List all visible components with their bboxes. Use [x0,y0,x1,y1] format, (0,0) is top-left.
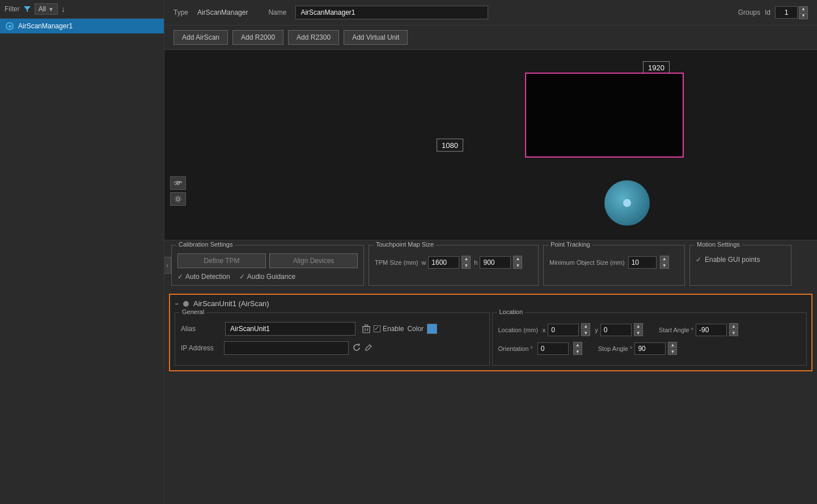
filter-all-label: All [39,5,46,13]
canvas-settings-button[interactable] [170,192,186,206]
refresh-ip-btn[interactable] [352,343,361,354]
tpm-w-letter: w [421,259,426,266]
header-row: Type AirScanManager Name Groups Id ▲ ▼ [164,0,817,26]
canvas-circle-inner [623,199,631,207]
orientation-input[interactable] [537,342,569,355]
x-up-btn[interactable]: ▲ [581,323,590,329]
color-picker[interactable] [427,324,437,334]
stop-angle-spinner: ▲ ▼ [668,342,677,355]
groups-label: Groups [738,9,760,16]
tpm-height-group: h ▲ ▼ [474,256,522,269]
point-tracking-panel: Point Tracking Minimum Object Size (mm) … [543,245,685,286]
x-spinner: ▲ ▼ [581,323,590,336]
start-angle-down-btn[interactable]: ▼ [729,330,738,336]
location-y-input[interactable] [600,324,632,336]
start-angle-up-btn[interactable]: ▲ [729,323,738,329]
enable-gui-check[interactable]: ✓ Enable GUI points [696,256,785,264]
y-label: y [595,327,598,333]
ip-select[interactable] [224,341,349,355]
orientation-up-btn[interactable]: ▲ [573,342,582,348]
orientation-label: Orientation ° [498,345,533,352]
stop-angle-group: Stop Angle ° ▲ ▼ [598,342,678,355]
tpm-h-letter: h [474,259,477,266]
alias-input[interactable] [225,322,355,336]
audio-guidance-check[interactable]: ✓ Audio Guidance [239,273,295,281]
min-object-up-btn[interactable]: ▲ [660,256,669,262]
canvas-area: 1920 1080 [164,50,817,240]
stop-angle-label: Stop Angle ° [598,345,633,352]
align-devices-button[interactable]: Align Devices [269,253,358,268]
enable-checkbox[interactable] [374,325,380,332]
stop-angle-down-btn[interactable]: ▼ [668,349,677,355]
x-down-btn[interactable]: ▼ [581,330,590,336]
add-r2000-button[interactable]: Add R2000 [232,30,283,45]
tpm-height-input[interactable] [480,256,511,269]
name-input[interactable] [295,6,488,19]
id-increment-btn[interactable]: ▲ [799,6,808,12]
svg-point-2 [177,198,180,201]
filter-dropdown[interactable]: All ▼ [35,3,58,15]
define-tpm-button[interactable]: Define TPM [177,253,266,268]
min-object-label: Minimum Object Size (mm) [549,259,625,266]
point-tracking-row: Minimum Object Size (mm) ▲ ▼ [549,256,679,269]
min-object-down-btn[interactable]: ▼ [660,262,669,269]
location-x-coord: x ▲ ▼ [543,323,591,336]
tpm-label: TPM Size (mm) [375,259,418,266]
y-up-btn[interactable]: ▲ [634,323,643,329]
sort-button[interactable]: ↓ [61,5,65,14]
gear-icon [174,195,182,203]
id-spinner: ▲ ▼ [775,6,808,19]
refresh-icon [352,343,361,352]
id-spinner-btns: ▲ ▼ [799,6,808,19]
x-label: x [543,327,546,333]
calibration-panel: Calibration Settings Define TPM Align De… [171,245,364,286]
edit-ip-btn[interactable] [365,344,372,353]
start-angle-input[interactable] [696,324,727,336]
name-label: Name [268,9,286,16]
add-r2300-button[interactable]: Add R2300 [288,30,339,45]
tpm-h-up-btn[interactable]: ▲ [513,256,522,262]
stop-angle-up-btn[interactable]: ▲ [668,342,677,348]
unit-collapse-btn[interactable]: − [175,300,179,308]
id-decrement-btn[interactable]: ▼ [799,13,808,19]
start-angle-group: Start Angle ° ▲ ▼ [659,323,738,336]
unit-location-panel: Location Location (mm) x ▲ ▼ [492,312,807,366]
tpm-w-up-btn[interactable]: ▲ [462,256,471,262]
enable-gui-label: Enable GUI points [705,256,760,264]
enable-checkbox-row[interactable]: Enable [374,325,404,333]
y-down-btn[interactable]: ▼ [634,330,643,336]
auto-detection-check[interactable]: ✓ Auto Detection [177,273,230,281]
canvas-pink-rect [525,73,684,158]
y-spinner: ▲ ▼ [634,323,643,336]
tpm-w-down-btn[interactable]: ▼ [462,262,471,269]
type-value: AirScanManager [197,9,248,16]
canvas-eye-button[interactable] [170,176,186,190]
orientation-down-btn[interactable]: ▼ [573,349,582,355]
audio-guidance-label: Audio Guidance [247,273,295,281]
stop-angle-input[interactable] [634,342,666,355]
enable-label: Enable [383,325,404,333]
tpm-h-down-btn[interactable]: ▼ [513,262,522,269]
color-label: Color [407,325,424,333]
canvas-circle [604,180,650,226]
sidebar-filter-bar: Filter All ▼ ↓ [0,0,164,19]
add-airscan-button[interactable]: Add AirScan [173,30,228,45]
tpm-width-input[interactable] [428,256,459,269]
min-object-input[interactable] [628,256,657,269]
location-x-input[interactable] [548,324,579,336]
delete-alias-btn[interactable] [362,324,370,333]
tpm-width-group: w ▲ ▼ [421,256,471,269]
start-angle-label: Start Angle ° [659,327,693,333]
enable-gui-checkmark: ✓ [696,256,701,264]
location-title: Location [497,308,526,315]
id-input[interactable] [775,6,798,19]
canvas-height-label: 1080 [437,138,463,151]
sidebar-item-airscan[interactable]: AirScanManager1 [0,19,164,33]
ip-label: IP Address [181,344,221,352]
toolbar-row: Add AirScan Add R2000 Add R2300 Add Virt… [164,26,817,50]
id-label: Id [765,9,771,16]
add-virtual-button[interactable]: Add Virtual Unit [344,30,408,45]
start-angle-spinner: ▲ ▼ [729,323,738,336]
collapse-button[interactable]: ‹ [164,257,171,274]
touchpoint-title: Touchpoint Map Size [374,241,436,248]
